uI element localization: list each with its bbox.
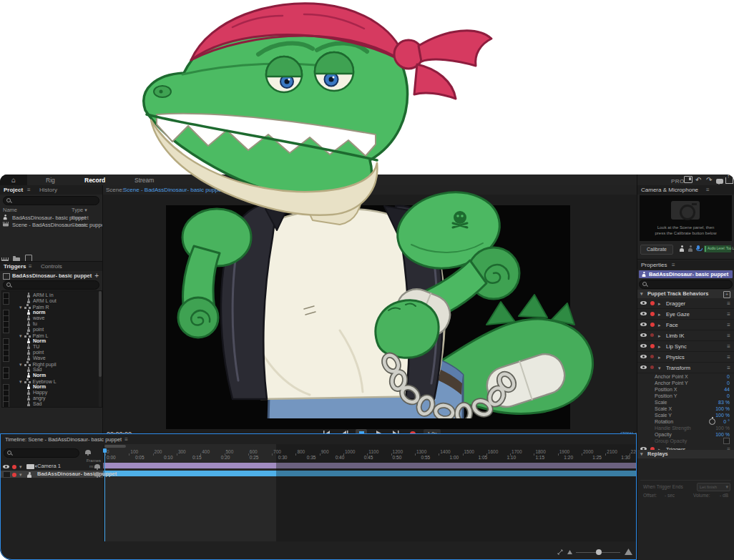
arm-for-record-dot[interactable] bbox=[650, 365, 654, 369]
trigger-row[interactable]: point bbox=[2, 350, 99, 355]
behavior-menu-icon[interactable] bbox=[727, 311, 730, 318]
param-value[interactable]: 100 % bbox=[715, 406, 730, 411]
trigger-key-box[interactable] bbox=[3, 401, 9, 408]
microphone-icon[interactable] bbox=[697, 245, 700, 250]
properties-search-input[interactable] bbox=[650, 280, 717, 290]
undo-icon[interactable] bbox=[695, 176, 701, 185]
workspace-icon[interactable] bbox=[684, 176, 693, 185]
trigger-row[interactable]: ARM L in bbox=[2, 293, 99, 298]
param-value[interactable]: 100 % bbox=[715, 432, 730, 437]
share-icon[interactable] bbox=[725, 175, 733, 186]
arm-for-record-dot[interactable] bbox=[12, 465, 16, 469]
behavior-row[interactable]: Dragger bbox=[637, 298, 734, 309]
trigger-group-row[interactable]: Right pupil bbox=[2, 361, 99, 367]
behavior-menu-icon[interactable] bbox=[727, 365, 730, 371]
timeline-menu-icon[interactable] bbox=[124, 436, 128, 443]
properties-menu-icon[interactable] bbox=[672, 262, 675, 268]
param-value[interactable]: 0 bbox=[727, 380, 730, 385]
tab-project[interactable]: Project bbox=[4, 185, 23, 195]
chevron-down-icon[interactable] bbox=[19, 471, 22, 478]
trigger-row[interactable]: tu bbox=[2, 321, 99, 327]
triggers-puppet-row[interactable]: BadAssDinosaur- basic puppet bbox=[0, 272, 102, 280]
tab-rig[interactable]: Rig bbox=[46, 175, 55, 186]
tab-history[interactable]: History bbox=[39, 185, 57, 195]
timeline-zoom-slider[interactable] bbox=[576, 552, 620, 553]
add-trigger-icon[interactable] bbox=[94, 272, 99, 280]
trigger-row[interactable]: TU bbox=[2, 344, 99, 350]
trigger-row[interactable]: angry bbox=[2, 396, 99, 401]
bell-icon[interactable] bbox=[94, 472, 100, 476]
timeline-ruler-area[interactable]: 0100200300400500600700800900100011001200… bbox=[103, 444, 636, 541]
bell-icon[interactable] bbox=[85, 450, 91, 454]
trigger-row[interactable]: Sad bbox=[2, 401, 99, 407]
project-search-input[interactable] bbox=[14, 197, 83, 206]
offset-value[interactable]: - sec bbox=[665, 493, 675, 498]
zoom-in-mountain-icon[interactable] bbox=[625, 549, 632, 555]
track-bar-work-area[interactable] bbox=[104, 463, 276, 468]
trigger-row[interactable]: wave bbox=[2, 315, 99, 321]
chevron-right-icon[interactable] bbox=[658, 300, 661, 307]
param-value[interactable]: 0 ° bbox=[723, 419, 730, 424]
properties-search[interactable] bbox=[639, 280, 733, 289]
arm-for-record-dot[interactable] bbox=[650, 312, 655, 316]
chevron-down-icon[interactable] bbox=[19, 463, 22, 470]
trigger-group-row[interactable]: Eyebrow L bbox=[2, 378, 99, 384]
trigger-row[interactable]: point bbox=[2, 327, 99, 333]
project-panel-menu-icon[interactable] bbox=[27, 187, 31, 193]
param-value[interactable]: 83 % bbox=[718, 400, 730, 405]
group-opacity-checkbox[interactable] bbox=[723, 438, 730, 444]
resize-icon[interactable] bbox=[557, 549, 563, 555]
project-row[interactable]: BadAssDinosaur- basic puppetPuppet bbox=[0, 215, 102, 222]
trigger-row[interactable]: norm bbox=[2, 310, 99, 315]
properties-title[interactable]: Properties bbox=[641, 260, 667, 270]
track-header[interactable]: Camera 1 bbox=[1, 463, 103, 470]
chevron-right-icon[interactable] bbox=[658, 322, 661, 328]
arm-for-record-dot[interactable] bbox=[650, 355, 654, 358]
project-row[interactable]: Scene - BadAssDinosaur- basic puppetScen… bbox=[0, 222, 102, 229]
behavior-menu-icon[interactable] bbox=[727, 333, 730, 339]
arm-for-record-dot[interactable] bbox=[650, 301, 655, 305]
behavior-menu-icon[interactable] bbox=[727, 343, 730, 350]
playhead[interactable] bbox=[104, 448, 105, 541]
timeline-title[interactable]: Timeline: Scene - BadAssDinosaur- basic … bbox=[5, 436, 128, 443]
zoom-out-mountain-icon[interactable] bbox=[567, 550, 572, 554]
trigger-group-row[interactable]: Palm L bbox=[2, 333, 99, 338]
eye-icon[interactable] bbox=[640, 344, 647, 348]
chevron-right-icon[interactable] bbox=[658, 354, 661, 360]
chevron-down-icon[interactable] bbox=[658, 365, 661, 371]
eye-toggle-box[interactable] bbox=[3, 471, 11, 478]
project-col-type[interactable]: Type bbox=[72, 207, 87, 213]
add-behavior-icon[interactable]: + bbox=[723, 291, 730, 298]
arm-for-record-dot[interactable] bbox=[12, 473, 16, 477]
behavior-row[interactable]: Physics bbox=[637, 352, 734, 363]
tab-triggers[interactable]: Triggers bbox=[4, 262, 26, 271]
selected-puppet-row[interactable]: BadAssDinosaur- basic puppet bbox=[639, 270, 733, 278]
trigger-row[interactable]: Norm bbox=[2, 373, 99, 378]
calibrate-button[interactable]: Calibrate bbox=[640, 245, 673, 255]
stopwatch-icon[interactable] bbox=[709, 418, 715, 425]
eye-icon[interactable] bbox=[640, 355, 647, 358]
trigger-row[interactable]: Wave bbox=[2, 355, 99, 361]
chevron-right-icon[interactable] bbox=[658, 333, 661, 339]
behavior-row[interactable]: Lip Sync bbox=[637, 341, 734, 352]
track-bar-work-area[interactable] bbox=[104, 471, 276, 476]
tree-scrollbar[interactable] bbox=[99, 291, 102, 407]
behavior-row[interactable]: Face bbox=[637, 320, 734, 330]
arm-for-record-dot[interactable] bbox=[650, 323, 655, 327]
redo-icon[interactable] bbox=[706, 176, 712, 185]
timeline-search-input[interactable] bbox=[14, 449, 69, 458]
bell-icon[interactable] bbox=[94, 464, 100, 468]
behavior-menu-icon[interactable] bbox=[727, 300, 730, 307]
trigger-group-row[interactable]: Palm R bbox=[2, 304, 99, 310]
home-button[interactable] bbox=[0, 175, 27, 186]
eye-icon[interactable] bbox=[640, 333, 647, 337]
project-search[interactable] bbox=[3, 196, 99, 205]
param-value[interactable]: 44 bbox=[724, 387, 730, 392]
puppet-artwork[interactable] bbox=[125, 0, 597, 418]
chevron-right-icon[interactable] bbox=[658, 311, 661, 318]
param-value[interactable]: 0 bbox=[727, 374, 730, 379]
trigger-row[interactable]: Sad bbox=[2, 367, 99, 373]
behavior-menu-icon[interactable] bbox=[727, 322, 730, 328]
behavior-row[interactable]: Limb IK bbox=[637, 330, 734, 341]
track-header[interactable]: BadAssDinosaur- basic puppet bbox=[1, 471, 103, 478]
